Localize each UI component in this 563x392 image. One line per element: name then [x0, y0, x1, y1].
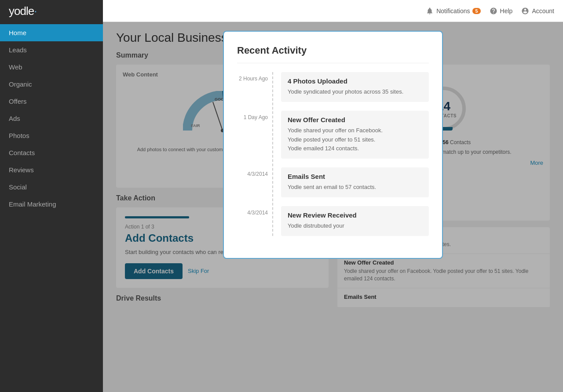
timeline-content-2: Emails Sent Yodle sent an email to 57 co…	[281, 167, 429, 197]
sidebar-item-contacts[interactable]: Contacts	[0, 144, 103, 161]
sidebar-item-reviews[interactable]: Reviews	[0, 161, 103, 178]
recent-activity-modal: Recent Activity 2 Hours Ago 4 Photos Upl…	[223, 31, 443, 259]
timeline-time-2: 4/3/2014	[237, 167, 268, 197]
notifications-label: Notifications	[436, 7, 470, 15]
sidebar-item-photos[interactable]: Photos	[0, 127, 103, 144]
logo: yodle·	[0, 0, 103, 22]
sidebar-item-leads-label: Leads	[9, 46, 27, 54]
timeline-content-0: 4 Photos Uploaded Yodle syndicated your …	[281, 72, 429, 102]
timeline-time-1: 1 Day Ago	[237, 111, 268, 159]
timeline-time-3: 4/3/2014	[237, 206, 268, 236]
sidebar-item-reviews-label: Reviews	[9, 166, 34, 174]
timeline-desc-0: Yodle syndicated your photos across 35 s…	[288, 87, 422, 97]
notifications-button[interactable]: Notifications 5	[426, 7, 480, 15]
sidebar-nav: Home Leads Web Organic Offers Ads Photos…	[0, 22, 103, 392]
account-button[interactable]: Account	[521, 7, 554, 15]
timeline-item-2: 4/3/2014 Emails Sent Yodle sent an email…	[237, 167, 429, 197]
sidebar-item-email-label: Email Marketing	[9, 200, 56, 208]
topbar: Notifications 5 Help Account	[103, 0, 563, 22]
timeline-title-1: New Offer Created	[288, 116, 422, 123]
timeline-desc-2: Yodle sent an email to 57 contacts.	[288, 183, 422, 192]
main-area: Notifications 5 Help Account Your Local …	[103, 0, 563, 392]
logo-word: yodle	[9, 4, 34, 18]
sidebar-item-offers-label: Offers	[9, 98, 27, 105]
sidebar-item-organic[interactable]: Organic	[0, 76, 103, 93]
timeline-item-0: 2 Hours Ago 4 Photos Uploaded Yodle synd…	[237, 72, 429, 102]
help-button[interactable]: Help	[490, 7, 513, 15]
sidebar-item-email-marketing[interactable]: Email Marketing	[0, 196, 103, 213]
timeline-title-3: New Review Received	[288, 211, 422, 219]
logo-text: yodle·	[9, 4, 37, 18]
sidebar-item-contacts-label: Contacts	[9, 149, 35, 156]
sidebar-item-home-label: Home	[9, 29, 26, 36]
modal-overlay[interactable]: Recent Activity 2 Hours Ago 4 Photos Upl…	[103, 22, 563, 392]
timeline-item-3: 4/3/2014 New Review Received Yodle distr…	[237, 206, 429, 236]
sidebar-item-ads-label: Ads	[9, 115, 20, 122]
logo-dot: ·	[34, 4, 37, 18]
sidebar: yodle· Home Leads Web Organic Offers Ads…	[0, 0, 103, 392]
activity-timeline: 2 Hours Ago 4 Photos Uploaded Yodle synd…	[237, 72, 429, 236]
sidebar-item-organic-label: Organic	[9, 80, 32, 88]
timeline-title-0: 4 Photos Uploaded	[288, 77, 422, 85]
page-content: Your Local Business Summary Web Content	[103, 22, 563, 392]
modal-title: Recent Activity	[237, 45, 429, 63]
account-icon	[521, 7, 529, 15]
timeline-content-1: New Offer Created Yodle shared your offe…	[281, 111, 429, 159]
timeline-title-2: Emails Sent	[288, 173, 422, 180]
sidebar-item-social-label: Social	[9, 183, 27, 191]
timeline-desc-1: Yodle shared your offer on Facebook. Yod…	[288, 126, 422, 153]
account-label: Account	[532, 7, 554, 15]
timeline-content-3: New Review Received Yodle distrubuted yo…	[281, 206, 429, 236]
sidebar-item-ads[interactable]: Ads	[0, 110, 103, 127]
notifications-badge: 5	[472, 8, 480, 14]
timeline-time-0: 2 Hours Ago	[237, 72, 268, 102]
sidebar-item-web-label: Web	[9, 63, 22, 71]
sidebar-item-offers[interactable]: Offers	[0, 93, 103, 110]
sidebar-item-web[interactable]: Web	[0, 58, 103, 76]
sidebar-item-home[interactable]: Home	[0, 24, 103, 41]
sidebar-item-photos-label: Photos	[9, 132, 29, 139]
sidebar-item-leads[interactable]: Leads	[0, 41, 103, 58]
help-icon	[490, 7, 497, 15]
help-label: Help	[500, 7, 513, 15]
timeline-item-1: 1 Day Ago New Offer Created Yodle shared…	[237, 111, 429, 159]
timeline-desc-3: Yodle distrubuted your	[288, 221, 422, 231]
bell-icon	[426, 7, 434, 15]
sidebar-item-social[interactable]: Social	[0, 178, 103, 196]
